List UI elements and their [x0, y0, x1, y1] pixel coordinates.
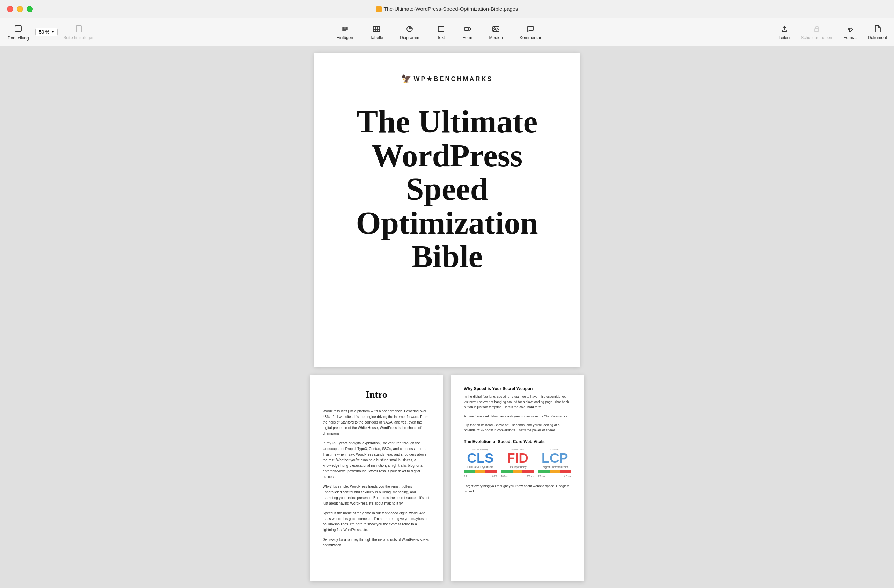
- page-content-right: Why Speed is Your Secret Weapon In the d…: [451, 375, 584, 581]
- section1-body: In the digital fast lane, speed isn't ju…: [464, 394, 571, 410]
- cwv-cls-good: [464, 470, 475, 473]
- table-button[interactable]: Tabelle: [367, 22, 386, 42]
- minimize-button[interactable]: [17, 6, 23, 12]
- cwv-fid-label-top: Interactivity: [511, 448, 524, 451]
- svg-point-25: [494, 27, 495, 29]
- main-area: 🦅 WP★BENCHMARKS The Ultimate WordPress S…: [0, 46, 894, 588]
- svg-rect-7: [342, 27, 345, 29]
- stat2: Flip that on its head: Shave off 3 secon…: [464, 422, 571, 433]
- stat1: A mere 1-second delay can slash your con…: [464, 413, 571, 419]
- cwv-lcp-needs: [550, 470, 559, 473]
- zoom-value: 50 %: [39, 29, 50, 35]
- comment-icon: [526, 24, 535, 34]
- cwv-cls-label-top: Visual Stability: [473, 448, 488, 451]
- cwv-fid-poor: [523, 470, 534, 473]
- intro-para3: Why? It's simple. WordPress hands you th…: [323, 484, 430, 506]
- divider: [464, 436, 571, 436]
- intro-para4: Speed is the name of the game in our fas…: [323, 511, 430, 533]
- zoom-chevron-icon: ▾: [52, 30, 54, 34]
- cwv-fid-metric: FID: [507, 451, 528, 465]
- table-icon: [371, 24, 381, 34]
- section1-title: Why Speed is Your Secret Weapon: [464, 386, 571, 391]
- close-button[interactable]: [7, 6, 13, 12]
- svg-rect-11: [373, 26, 380, 32]
- zoom-control[interactable]: 50 % ▾: [35, 27, 58, 36]
- cwv-lcp-ticks: 2.5 sec 4.0 sec: [538, 475, 571, 477]
- text-icon: [436, 24, 446, 34]
- intro-heading: Intro: [323, 389, 430, 400]
- chart-button[interactable]: Diagramm: [397, 22, 422, 42]
- cwv-fid-sub: First Input Delay: [509, 466, 527, 469]
- insert-button[interactable]: Einfügen: [334, 22, 356, 42]
- cover-title: The Ultimate WordPress Speed Optimizatio…: [342, 105, 552, 273]
- document-icon: [376, 6, 382, 12]
- cwv-cls-poor: [485, 470, 497, 473]
- cwv-cls-metric: CLS: [467, 451, 494, 465]
- protect-icon: [812, 24, 822, 34]
- shape-icon: [463, 24, 473, 34]
- svg-rect-26: [815, 29, 818, 32]
- share-button[interactable]: Teilen: [776, 22, 792, 42]
- cover-logo: 🦅 WP★BENCHMARKS: [401, 74, 493, 84]
- add-page-icon: [74, 24, 84, 34]
- insert-icon: [340, 24, 350, 34]
- section3-body: Forget everything you thought you knew a…: [464, 483, 571, 494]
- logo-text: WP★BENCHMARKS: [414, 75, 493, 83]
- sidebar-icon: [13, 24, 23, 33]
- sidebar-toggle-button[interactable]: Darstellung: [4, 22, 32, 42]
- cwv-lcp-metric: LCP: [542, 451, 568, 465]
- protect-button[interactable]: Schutz aufheben: [798, 22, 835, 42]
- cwv-lcp: Loading LCP Largest Contentful Paint 2.5…: [538, 448, 571, 477]
- share-label: Teilen: [779, 35, 790, 40]
- cwv-cls-needs: [475, 470, 485, 473]
- cwv-fid-good: [501, 470, 513, 473]
- text-button[interactable]: Text: [433, 22, 449, 42]
- fullscreen-button[interactable]: [27, 6, 33, 12]
- cwv-cls-bar: [464, 470, 497, 473]
- chart-icon: [405, 24, 415, 34]
- toolbar-left: Darstellung 50 % ▾ Seite hinzufügen: [4, 22, 102, 42]
- table-label: Tabelle: [370, 35, 383, 40]
- comment-button[interactable]: Kommentar: [517, 22, 544, 42]
- toolbar-center: Einfügen Tabelle: [102, 22, 776, 42]
- page-content-left: Intro WordPress isn't just a platform – …: [310, 375, 443, 581]
- traffic-lights: [7, 6, 33, 12]
- format-icon: [845, 24, 855, 34]
- toolbar-right: Teilen Schutz aufheben: [776, 22, 890, 42]
- cwv-lcp-good: [538, 470, 550, 473]
- svg-rect-8: [345, 27, 348, 29]
- intro-para2: In my 25+ years of digital exploration, …: [323, 441, 430, 480]
- protect-label: Schutz aufheben: [801, 35, 832, 40]
- svg-rect-9: [342, 29, 348, 30]
- cwv-cls-ticks: 0.1 0.25: [464, 475, 497, 477]
- cwv-cls-sub: Cumulative Layout Shift: [467, 466, 493, 469]
- sidebar-label: Darstellung: [8, 36, 29, 41]
- cwv-fid-ticks: 100 ms 300 ms: [501, 475, 534, 477]
- svg-rect-10: [342, 30, 346, 31]
- cwv-lcp-sub: Largest Contentful Paint: [542, 466, 568, 469]
- cwv-fid-needs: [513, 470, 523, 473]
- intro-para1: WordPress isn't just a platform – it's a…: [323, 409, 430, 436]
- shape-label: Form: [463, 35, 473, 40]
- media-icon: [491, 24, 501, 34]
- format-button[interactable]: Format: [841, 22, 859, 42]
- cwv-fid-bar: [501, 470, 534, 473]
- intro-para5: Get ready for a journey through the ins …: [323, 537, 430, 548]
- document-settings-button[interactable]: Dokument: [865, 22, 890, 42]
- document-label: Dokument: [868, 35, 887, 40]
- toolbar: Darstellung 50 % ▾ Seite hinzufügen: [0, 18, 894, 46]
- add-page-label: Seite hinzufügen: [63, 35, 94, 40]
- section2-title: The Evolution of Speed: Core Web Vitals: [464, 439, 571, 444]
- window-title: The-Ultimate-WordPress-Speed-Optimizatio…: [376, 6, 518, 12]
- share-icon: [779, 24, 789, 34]
- media-button[interactable]: Medien: [486, 22, 506, 42]
- cwv-container: Visual Stability CLS Cumulative Layout S…: [464, 448, 571, 477]
- shape-button[interactable]: Form: [460, 22, 475, 42]
- logo-bird-icon: 🦅: [401, 74, 412, 84]
- canvas-area[interactable]: 🦅 WP★BENCHMARKS The Ultimate WordPress S…: [0, 46, 894, 588]
- insert-label: Einfügen: [337, 35, 353, 40]
- add-page-button[interactable]: Seite hinzufügen: [60, 22, 97, 42]
- pages-row: Intro WordPress isn't just a platform – …: [310, 375, 584, 581]
- divider2: [464, 480, 571, 481]
- chart-label: Diagramm: [400, 35, 419, 40]
